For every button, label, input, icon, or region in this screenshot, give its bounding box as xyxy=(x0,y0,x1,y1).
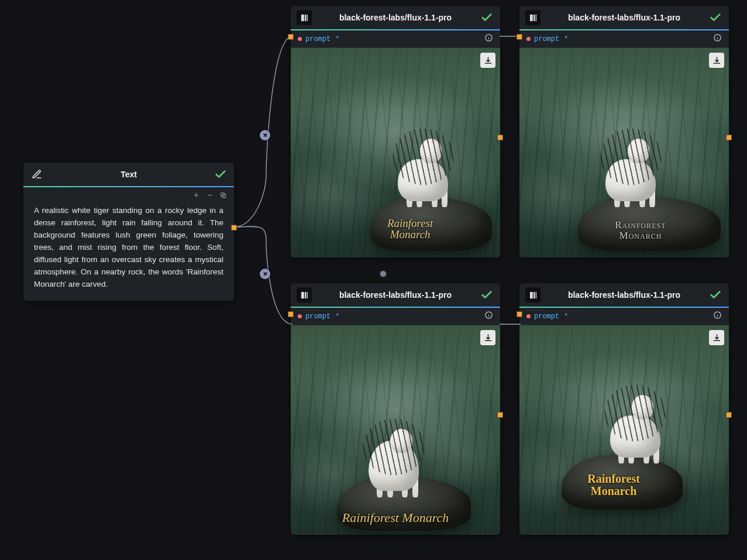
svg-rect-11 xyxy=(305,291,307,298)
text-node-title: Text xyxy=(49,170,208,179)
model-logo-icon xyxy=(297,10,312,25)
download-button[interactable] xyxy=(480,330,495,345)
model-node-header[interactable]: black-forest-labs/flux-1.1-pro xyxy=(519,6,729,30)
prompt-input-row[interactable]: prompt * xyxy=(519,308,729,325)
output-port[interactable] xyxy=(497,412,503,418)
output-port[interactable] xyxy=(497,135,503,140)
download-button[interactable] xyxy=(709,330,724,345)
prompt-input-row[interactable]: prompt * xyxy=(519,30,729,48)
required-dot-icon xyxy=(526,314,531,318)
required-marker: * xyxy=(564,35,568,43)
connection-handle[interactable] xyxy=(260,130,270,140)
required-marker: * xyxy=(335,35,339,43)
model-node-title: black-forest-labs/flux-1.1-pro xyxy=(545,13,703,22)
text-node-content[interactable]: A realistic white tiger standing on a ro… xyxy=(23,202,234,301)
prompt-label: prompt xyxy=(305,35,331,43)
model-logo-icon xyxy=(525,287,541,303)
generated-image[interactable]: Rainforest Monarch xyxy=(519,48,729,257)
svg-rect-7 xyxy=(533,14,535,20)
model-node[interactable]: black-forest-labs/flux-1.1-pro prompt * … xyxy=(291,283,500,535)
connection-handle[interactable] xyxy=(260,269,270,279)
input-port[interactable] xyxy=(288,311,294,317)
minus-icon[interactable] xyxy=(206,191,214,201)
model-node-header[interactable]: black-forest-labs/flux-1.1-pro xyxy=(291,6,500,30)
carved-text: Rainforest Monarch xyxy=(587,473,640,497)
download-button[interactable] xyxy=(709,53,724,68)
svg-rect-10 xyxy=(301,291,304,298)
svg-rect-12 xyxy=(307,291,307,298)
check-icon xyxy=(708,10,723,25)
svg-rect-6 xyxy=(529,14,532,20)
prompt-label: prompt xyxy=(305,312,331,321)
output-port[interactable] xyxy=(231,225,237,231)
copy-icon[interactable] xyxy=(219,191,227,201)
check-icon xyxy=(213,167,228,182)
svg-rect-4 xyxy=(307,14,307,20)
info-icon[interactable] xyxy=(484,311,493,322)
model-logo-icon xyxy=(297,287,312,303)
carved-text: Rainforest Monarch xyxy=(387,218,433,241)
model-node-header[interactable]: black-forest-labs/flux-1.1-pro xyxy=(291,283,500,308)
workflow-canvas[interactable]: Text A realistic white tiger standing on… xyxy=(0,0,747,560)
model-node-header[interactable]: black-forest-labs/flux-1.1-pro xyxy=(519,283,729,308)
model-node[interactable]: black-forest-labs/flux-1.1-pro prompt * … xyxy=(519,283,729,535)
output-port[interactable] xyxy=(726,135,732,140)
svg-rect-8 xyxy=(535,14,536,20)
required-marker: * xyxy=(335,312,339,321)
required-dot-icon xyxy=(298,314,302,318)
prompt-input-row[interactable]: prompt * xyxy=(291,308,500,325)
required-dot-icon xyxy=(526,37,531,41)
check-icon xyxy=(479,10,494,25)
model-node[interactable]: black-forest-labs/flux-1.1-pro prompt * … xyxy=(519,6,729,257)
model-node-title: black-forest-labs/flux-1.1-pro xyxy=(316,13,474,22)
edit-icon[interactable] xyxy=(29,167,44,182)
model-node-title: black-forest-labs/flux-1.1-pro xyxy=(316,290,474,300)
generated-image[interactable]: Rainiforest Monarch xyxy=(291,325,500,535)
svg-rect-15 xyxy=(533,291,535,298)
model-node[interactable]: black-forest-labs/flux-1.1-pro prompt * … xyxy=(291,6,500,257)
svg-rect-16 xyxy=(535,291,536,298)
prompt-label: prompt xyxy=(534,35,559,43)
input-port[interactable] xyxy=(517,311,522,317)
model-logo-icon xyxy=(525,10,541,25)
model-node-title: black-forest-labs/flux-1.1-pro xyxy=(545,290,703,300)
connection-midpoint[interactable] xyxy=(379,270,387,278)
add-icon[interactable] xyxy=(192,191,200,201)
generated-image[interactable]: Rainforest Monarch xyxy=(291,48,500,257)
required-dot-icon xyxy=(298,37,302,41)
carved-text: Rainforest Monarch xyxy=(615,220,666,241)
info-icon[interactable] xyxy=(713,33,722,44)
svg-rect-14 xyxy=(529,291,532,298)
info-icon[interactable] xyxy=(713,311,722,322)
check-icon xyxy=(479,287,494,303)
download-button[interactable] xyxy=(480,53,495,68)
info-icon[interactable] xyxy=(484,33,493,44)
text-node-tools xyxy=(23,187,234,202)
check-icon xyxy=(708,287,723,303)
carved-text: Rainiforest Monarch xyxy=(342,511,449,524)
prompt-input-row[interactable]: prompt * xyxy=(291,30,500,48)
svg-rect-2 xyxy=(301,14,304,20)
output-port[interactable] xyxy=(726,412,732,418)
svg-rect-3 xyxy=(305,14,307,20)
required-marker: * xyxy=(564,312,568,321)
prompt-label: prompt xyxy=(534,312,559,321)
input-port[interactable] xyxy=(288,34,294,40)
text-node[interactable]: Text A realistic white tiger standing on… xyxy=(23,163,234,301)
input-port[interactable] xyxy=(517,34,522,40)
text-node-header[interactable]: Text xyxy=(23,163,234,187)
generated-image[interactable]: Rainforest Monarch xyxy=(519,325,729,535)
